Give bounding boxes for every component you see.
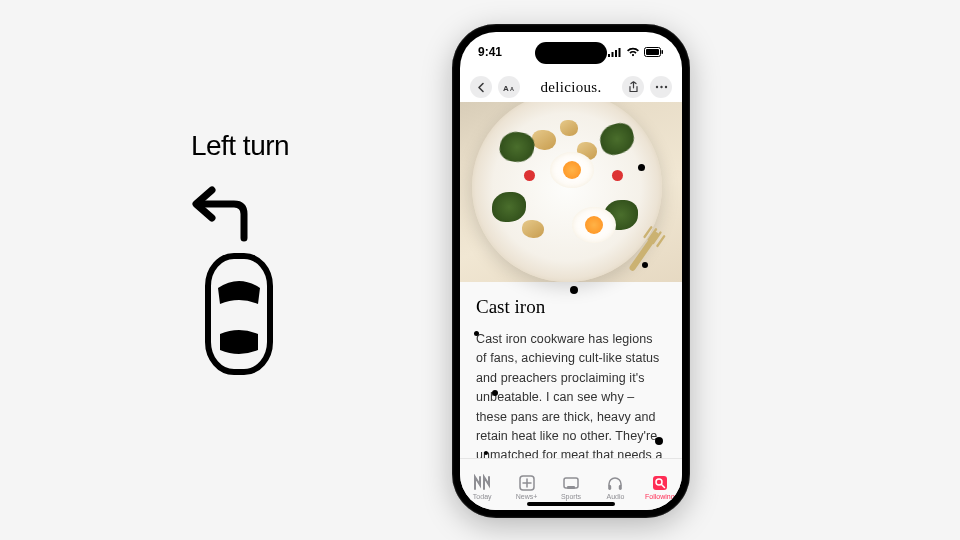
svg-rect-1 bbox=[208, 256, 270, 372]
svg-rect-7 bbox=[646, 49, 659, 55]
tab-label: Following bbox=[645, 493, 675, 500]
fork-icon bbox=[608, 222, 676, 290]
motion-dot bbox=[655, 437, 663, 445]
tab-today[interactable]: Today bbox=[460, 459, 504, 510]
wifi-icon bbox=[626, 47, 640, 57]
status-time: 9:41 bbox=[478, 45, 502, 59]
sports-icon bbox=[562, 474, 580, 492]
home-indicator[interactable] bbox=[527, 502, 615, 506]
more-button[interactable] bbox=[650, 76, 672, 98]
phone-frame: 9:41 bbox=[452, 24, 690, 518]
back-button[interactable] bbox=[470, 76, 492, 98]
motion-dot bbox=[474, 331, 479, 336]
nav-title: delicious. bbox=[541, 79, 602, 96]
svg-rect-2 bbox=[608, 54, 610, 57]
motion-dot bbox=[638, 164, 645, 171]
tab-label: Sports bbox=[561, 493, 581, 500]
svg-rect-21 bbox=[567, 486, 575, 489]
svg-rect-5 bbox=[619, 48, 621, 57]
share-button[interactable] bbox=[622, 76, 644, 98]
motion-dot bbox=[642, 262, 648, 268]
battery-icon bbox=[644, 47, 664, 57]
signal-icon bbox=[608, 47, 622, 57]
section-title: Cast iron bbox=[476, 296, 666, 318]
left-turn-diagram: Left turn bbox=[120, 130, 360, 382]
dynamic-island bbox=[535, 42, 607, 64]
tab-label: News+ bbox=[516, 493, 538, 500]
tab-following[interactable]: Following bbox=[638, 459, 682, 510]
article-scroll[interactable]: Cast iron Cast iron cookware has legions… bbox=[460, 102, 682, 458]
arrow-and-car-icon bbox=[160, 172, 320, 382]
hero-image bbox=[460, 102, 682, 282]
news-icon bbox=[473, 474, 491, 492]
svg-point-11 bbox=[655, 86, 657, 88]
svg-point-12 bbox=[660, 86, 662, 88]
motion-dot bbox=[492, 390, 498, 396]
svg-rect-23 bbox=[619, 485, 622, 490]
svg-rect-8 bbox=[662, 50, 664, 54]
svg-text:A: A bbox=[510, 86, 514, 92]
svg-rect-22 bbox=[609, 485, 612, 490]
text-size-button[interactable]: AA bbox=[498, 76, 520, 98]
phone-screen: 9:41 bbox=[460, 32, 682, 510]
svg-rect-0 bbox=[160, 172, 320, 252]
tab-label: Audio bbox=[606, 493, 624, 500]
nav-bar: AA delicious. bbox=[460, 72, 682, 102]
motion-dot bbox=[484, 451, 488, 455]
headphones-icon bbox=[606, 474, 624, 492]
tab-label: Today bbox=[473, 493, 492, 500]
diagram-title: Left turn bbox=[120, 130, 360, 162]
svg-rect-3 bbox=[612, 52, 614, 57]
following-icon bbox=[651, 474, 669, 492]
newsplus-icon bbox=[518, 474, 536, 492]
svg-text:A: A bbox=[503, 84, 509, 93]
article-body: Cast iron cookware has legions of fans, … bbox=[476, 330, 666, 458]
svg-point-13 bbox=[664, 86, 666, 88]
svg-rect-4 bbox=[615, 50, 617, 57]
motion-dot bbox=[570, 286, 578, 294]
